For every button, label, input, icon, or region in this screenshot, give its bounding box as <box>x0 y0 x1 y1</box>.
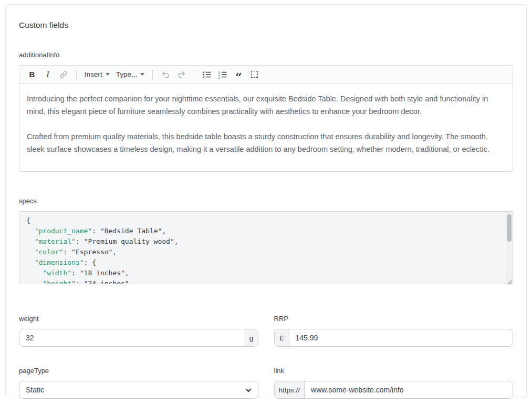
embed-block-icon <box>251 71 258 78</box>
rte-content[interactable]: Introducing the perfect companion for yo… <box>19 84 513 171</box>
fields-row-1: weight g RRP £ <box>19 315 513 347</box>
link-input[interactable] <box>305 381 513 398</box>
type-dropdown-label: Type... <box>116 70 138 78</box>
page-type-select[interactable]: Static <box>19 381 258 399</box>
italic-button[interactable]: I <box>40 68 55 81</box>
page-type-selected-value: Static <box>19 386 44 394</box>
weight-unit-addon: g <box>245 329 258 346</box>
ordered-list-button[interactable]: 1 2 3 <box>215 68 230 81</box>
ordered-list-icon: 1 2 3 <box>218 70 227 79</box>
additional-info-label: additionalInfo <box>19 51 513 59</box>
embed-block-button[interactable] <box>247 68 262 81</box>
additional-info-field: additionalInfo B I Insert <box>19 51 513 172</box>
toolbar-divider <box>76 69 77 80</box>
link-button[interactable] <box>56 68 71 81</box>
weight-field: weight g <box>19 315 258 347</box>
bullet-list-icon <box>202 70 212 79</box>
specs-field: specs { "product_name": "Bedside Table",… <box>19 197 513 284</box>
redo-icon <box>177 70 186 79</box>
rrp-label: RRP <box>274 315 514 323</box>
currency-addon: £ <box>275 329 289 346</box>
page-type-field: pageType Static <box>19 367 258 399</box>
code-scrollbar[interactable] <box>506 212 513 284</box>
link-label: link <box>274 367 514 375</box>
rich-text-editor: B I Insert Type... <box>19 65 513 172</box>
bold-button[interactable]: B <box>25 68 39 81</box>
toolbar-divider <box>194 69 194 80</box>
blockquote-icon: “ <box>235 75 242 80</box>
rrp-input[interactable] <box>289 329 513 346</box>
link-icon <box>59 70 68 79</box>
code-editor-wrap: { "product_name": "Bedside Table", "mate… <box>19 211 513 284</box>
card-title: Custom fields <box>19 20 513 30</box>
insert-dropdown-label: Insert <box>85 70 102 78</box>
redo-button[interactable] <box>174 68 189 81</box>
resize-grip-icon[interactable] <box>506 277 512 283</box>
blockquote-button[interactable]: “ <box>231 68 246 81</box>
protocol-addon: https:// <box>275 381 305 398</box>
weight-label: weight <box>19 315 258 323</box>
page-type-label: pageType <box>19 367 258 375</box>
chevron-down-icon <box>245 385 252 395</box>
link-field: link https:// <box>274 367 514 399</box>
custom-fields-card: Custom fields additionalInfo B I Inse <box>5 4 527 398</box>
undo-icon <box>161 70 170 79</box>
type-dropdown[interactable]: Type... <box>113 68 148 81</box>
fields-row-2: pageType Static link https:// <box>19 367 513 399</box>
undo-button[interactable] <box>158 68 173 81</box>
toolbar-divider <box>152 69 153 80</box>
rrp-field: RRP £ <box>274 315 514 347</box>
svg-text:3: 3 <box>218 76 220 79</box>
bullet-list-button[interactable] <box>200 68 214 81</box>
code-scrollbar-thumb[interactable] <box>507 214 512 242</box>
specs-label: specs <box>19 197 513 205</box>
specs-code-editor[interactable]: { "product_name": "Bedside Table", "mate… <box>19 211 513 284</box>
weight-input[interactable] <box>19 329 245 346</box>
chevron-down-icon <box>106 73 110 76</box>
rte-paragraph: Introducing the perfect companion for yo… <box>27 92 505 118</box>
chevron-down-icon <box>140 73 144 76</box>
insert-dropdown[interactable]: Insert <box>82 68 112 81</box>
rte-paragraph: Crafted from premium quality materials, … <box>27 130 505 156</box>
rte-toolbar: B I Insert Type... <box>19 66 513 84</box>
